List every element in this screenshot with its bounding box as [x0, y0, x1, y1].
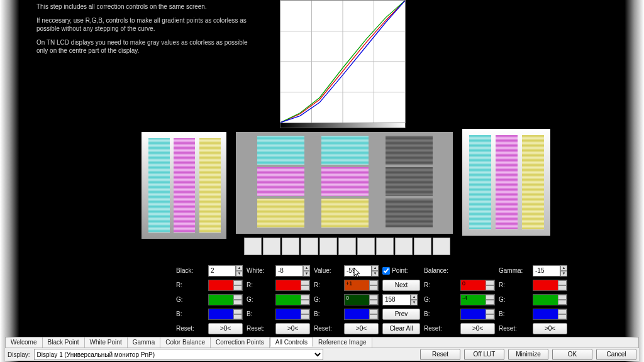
reset-button[interactable]: Reset: [420, 349, 460, 360]
black-b-swatch[interactable]: ▲▼: [208, 309, 243, 320]
balance-g-swatch[interactable]: -4▲▼: [460, 294, 495, 305]
instructions-text: This step includes all correction contro…: [36, 3, 250, 60]
gamma-label: Gamma:: [499, 267, 529, 274]
gamma-b-swatch[interactable]: ▲▼: [533, 309, 567, 320]
black-spinner[interactable]: ▲▼: [208, 265, 243, 277]
value-spinner[interactable]: ▲▼: [344, 265, 379, 277]
tab-bar: WelcomeBlack PointWhite PointGammaColor …: [5, 337, 639, 348]
point-b-swatch[interactable]: ▲▼: [344, 309, 379, 320]
white-r-swatch[interactable]: ▲▼: [275, 280, 310, 291]
tab-correction-points[interactable]: Correction Points: [211, 337, 270, 348]
balance-label: Balance:: [424, 267, 457, 274]
minimize-button[interactable]: Minimize: [508, 349, 548, 360]
bottom-bar: Display: Display 1 (Универсальный монито…: [5, 348, 639, 361]
ok-button[interactable]: OK: [552, 349, 592, 360]
gamma-curve-graph: [280, 0, 406, 123]
black-g-swatch[interactable]: ▲▼: [208, 294, 243, 305]
white-label: White:: [247, 267, 272, 274]
value-label: Value:: [314, 267, 340, 274]
tab-reference-image[interactable]: Reference Image: [313, 337, 372, 348]
tab-white-point[interactable]: White Point: [85, 337, 128, 348]
white-spinner[interactable]: ▲▼: [275, 265, 310, 277]
balance-r-swatch[interactable]: 0▲▼: [460, 280, 495, 291]
cancel-button[interactable]: Cancel: [596, 349, 636, 360]
prev-button[interactable]: Prev: [382, 309, 420, 320]
display-label: Display:: [8, 351, 30, 358]
white-reset-button[interactable]: >0<: [275, 323, 310, 334]
test-pattern-left: [142, 132, 226, 239]
tab-all-controls[interactable]: All Controls: [270, 337, 313, 347]
black-r-swatch[interactable]: ▲▼: [208, 280, 243, 291]
balance-b-swatch[interactable]: ▲▼: [460, 309, 495, 320]
thumbnail-row[interactable]: [244, 238, 450, 255]
display-select[interactable]: Display 1 (Универсальный монитор PnP): [34, 349, 323, 360]
gamma-spinner[interactable]: ▲▼: [533, 265, 567, 277]
index-spinner[interactable]: ▲▼: [382, 294, 418, 305]
tab-black-point[interactable]: Black Point: [43, 337, 85, 348]
point-g-swatch[interactable]: 0▲▼: [344, 294, 379, 305]
black-reset-button[interactable]: >0<: [208, 323, 243, 334]
off-lut-button[interactable]: Off LUT: [464, 349, 504, 360]
tab-welcome[interactable]: Welcome: [6, 337, 43, 348]
tab-color-balance[interactable]: Color Balance: [160, 337, 211, 348]
test-pattern-center: [236, 132, 453, 234]
white-b-swatch[interactable]: ▲▼: [275, 309, 310, 320]
clear-all-button[interactable]: Clear All: [382, 323, 420, 334]
next-button[interactable]: Next: [382, 280, 420, 291]
gamma-reset-button[interactable]: >0<: [533, 323, 567, 334]
value-reset-button[interactable]: >0<: [344, 323, 379, 334]
black-r-label: R:: [176, 282, 204, 288]
point-checkbox[interactable]: Point:: [382, 267, 420, 275]
black-label: Black:: [176, 267, 204, 274]
point-r-swatch[interactable]: +1▲▼: [344, 280, 379, 291]
test-pattern-right: [462, 129, 550, 236]
tab-gamma[interactable]: Gamma: [128, 337, 161, 348]
white-g-swatch[interactable]: ▲▼: [275, 294, 310, 305]
gamma-r-swatch[interactable]: ▲▼: [533, 280, 567, 291]
balance-reset-button[interactable]: >0<: [460, 323, 495, 334]
gamma-g-swatch[interactable]: ▲▼: [533, 294, 567, 305]
gradient-strip: [280, 123, 406, 128]
